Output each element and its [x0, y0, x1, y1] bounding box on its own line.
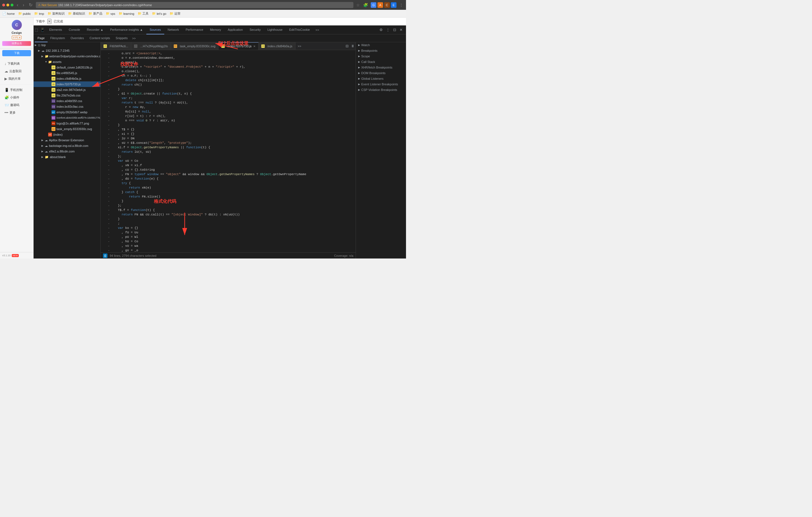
download-button[interactable]: 下载 [2, 50, 31, 56]
subtab-overrides[interactable]: Overrides [68, 34, 87, 42]
address-bar[interactable]: ⚠ Not Secure 192.168.1.7:2345/webman/3rd… [36, 2, 353, 8]
forward-button[interactable]: › [22, 2, 25, 8]
editor-tab-close-button[interactable]: ✕ [253, 45, 256, 48]
tab-recorder[interactable]: Recorder ▲ [83, 25, 107, 34]
tab-application[interactable]: Application [224, 25, 246, 34]
xhr-section-header[interactable]: ▶ XHR/fetch Breakpoints [356, 65, 406, 70]
focus-button[interactable]: ⋮ [385, 27, 391, 32]
tree-item-host[interactable]: ▶ ☁ 192.168.1.7:2345 [34, 48, 100, 53]
sidebar-item-plugin[interactable]: 🧩 小插件 [2, 94, 31, 101]
editor-tab-index-c9[interactable]: JS index.c9d84b0a.js [259, 42, 295, 50]
tree-item-file-7[interactable]: CS index.a04bf35f.css [34, 98, 100, 104]
tree-item-webman[interactable]: ▶ 📁 webman/3rdparty/pan-xunlei-com/index… [34, 53, 100, 59]
tree-item-file-6[interactable]: JS file.20d7e2eb.css [34, 93, 100, 98]
maximize-button[interactable] [11, 4, 13, 6]
tree-item-file-5[interactable]: JS xla2.min.98743eb4.js [34, 87, 100, 93]
breakpoints-section-header[interactable]: ▶ Breakpoints [356, 48, 406, 53]
tree-item-top[interactable]: ▶ ⊡ top [34, 42, 100, 48]
tree-item-index[interactable]: HT (index) [34, 132, 100, 137]
pause-button[interactable]: ⏸ [350, 44, 356, 49]
tree-item-file-10[interactable]: W2 iconfont.ab4c035b.woff2?t=16499177615… [34, 115, 100, 121]
event-section-header[interactable]: ▶ Event Listener Breakpoints [356, 81, 406, 87]
editor-tab-more[interactable]: >> [295, 45, 303, 48]
tab-network[interactable]: Network [164, 25, 182, 34]
csp-section-header[interactable]: ▶ CSP Violation Breakpoints [356, 87, 406, 93]
menu-button[interactable]: ⋮ [399, 2, 404, 8]
bookmark-letsgo[interactable]: 📁 let's go [152, 12, 167, 16]
ext-brown-icon[interactable]: C [384, 2, 390, 8]
subtab-filesystem[interactable]: Filesystem [48, 34, 68, 42]
devtools-tabs-more[interactable]: >> [313, 28, 321, 32]
tab-sources[interactable]: Sources [146, 25, 164, 34]
tree-item-file-4[interactable]: JS index.f1075733.js [34, 81, 100, 87]
close-button[interactable] [2, 4, 5, 6]
editor-tab-task-empty[interactable]: SV task_empty.8333930c.svg [171, 42, 219, 50]
device-mode-button[interactable]: 📱 [39, 27, 46, 32]
scope-section-header[interactable]: ▶ Scope [356, 53, 406, 59]
google-ext-icon[interactable]: G [371, 2, 376, 8]
tree-item-xfile2[interactable]: ▶ ☁ xfile2.a.88cdn.com [34, 148, 100, 154]
bookmark-vps[interactable]: 📁 vps [106, 12, 115, 16]
bookmark-home[interactable]: 📄 home [2, 12, 15, 16]
code-content[interactable]: o.src = <javascript:>, o = e.contentWind… [112, 50, 356, 252]
editor-tab-h7x2[interactable]: ? ...H7x2fHyptWqg1fo [131, 42, 171, 50]
minimize-button[interactable] [6, 4, 9, 6]
extensions-button[interactable]: 🧩 [362, 2, 369, 8]
format-code-icon[interactable]: {} [103, 254, 108, 258]
bookmark-learning[interactable]: 📁 learning [119, 12, 134, 16]
watch-section-header[interactable]: ▶ Watch [356, 42, 406, 48]
dom-section-header[interactable]: ▶ DOM Breakpoints [356, 70, 406, 76]
close-devtools-button[interactable]: ✕ [399, 27, 404, 32]
tab-console[interactable]: Console [65, 25, 83, 34]
download-close-button[interactable]: ✕ [47, 19, 52, 24]
tab-lighthouse[interactable]: Lighthouse [264, 25, 286, 34]
tree-item-file-1[interactable]: JS default_cover.1d63510b.js [34, 65, 100, 70]
sidebar-item-library[interactable]: ▶ 我的片库 [2, 75, 31, 83]
sources-subtab-more[interactable]: >> [130, 37, 137, 40]
sidebar-item-more[interactable]: ••• 更多 [2, 109, 31, 116]
subtab-page[interactable]: Page [35, 34, 48, 42]
tree-item-about-blank[interactable]: ▶ 📁 about:blank [34, 154, 100, 160]
bookmark-yunying[interactable]: 📁 运营 [170, 11, 180, 16]
subtab-snippets[interactable]: Snippets [113, 34, 130, 42]
bookmark-tmp[interactable]: 📁 tmp [34, 12, 44, 16]
tree-item-assets[interactable]: ▼ 📁 assets [34, 59, 100, 65]
sidebar-item-download-list[interactable]: ↓ 下载列表 [2, 60, 31, 67]
bookmark-jichu[interactable]: 📁 基础知识 [68, 11, 85, 16]
tree-item-file-8[interactable]: CS index.bc83c9ac.css [34, 104, 100, 109]
undock-button[interactable]: ⊡ [392, 27, 397, 32]
tree-item-file-11[interactable]: PN logo@2x.a86a4c77.png [34, 121, 100, 126]
sidebar-item-invite[interactable]: 📨 邀请码 [2, 101, 31, 109]
bookmark-button[interactable]: ☆ [356, 2, 360, 8]
tree-item-file-9[interactable]: WP empty.092b0db7.webp [34, 109, 100, 115]
tab-elements[interactable]: Elements [46, 25, 65, 34]
upgrade-vip-button[interactable]: 续费会员 [2, 41, 31, 46]
ext-orange-icon[interactable]: A [377, 2, 383, 8]
tab-security[interactable]: Security [246, 25, 264, 34]
split-editor-button[interactable]: ⊟ [344, 44, 350, 49]
subtab-content-scripts[interactable]: Content scripts [87, 34, 113, 42]
ext-blue-icon[interactable]: E [391, 2, 397, 8]
tab-performance[interactable]: Performance [182, 25, 206, 34]
editor-tab-ft60[interactable]: JS Ft60WPActi... [101, 42, 131, 50]
editor-tab-index-f1[interactable]: JS index.f1075733.js ✕ [219, 42, 259, 50]
sidebar-item-mobile[interactable]: 📱 手机控制 [2, 86, 31, 94]
reload-button[interactable]: ↻ [28, 2, 34, 8]
bookmark-public[interactable]: 📁 public [18, 12, 31, 16]
tree-item-file-2[interactable]: JS file.e4f80545.js [34, 70, 100, 76]
tab-performance-insights[interactable]: Performance insights ▲ [107, 25, 146, 34]
bookmark-tools[interactable]: 📁 工具 [138, 11, 149, 16]
call-stack-header[interactable]: ▶ Call Stack [356, 59, 406, 65]
tab-editthiscookie[interactable]: EditThisCookie [286, 25, 313, 34]
tree-item-file-3[interactable]: JS index.c9d84b0a.js [34, 76, 100, 81]
back-button[interactable]: ‹ [16, 2, 19, 8]
tree-item-apifox[interactable]: ▶ ☁ Apifox Browser Extension [34, 137, 100, 143]
tree-item-file-12[interactable]: SV task_empty.8333930c.svg [34, 126, 100, 132]
global-section-header[interactable]: ▶ Global Listeners [356, 76, 406, 81]
bookmark-xincp[interactable]: 📁 新产品 [88, 11, 103, 16]
inspect-element-button[interactable]: ⬚ [34, 27, 39, 32]
settings-button[interactable]: ⚙ [378, 27, 384, 32]
tab-memory[interactable]: Memory [206, 25, 224, 34]
bookmark-jiagou[interactable]: 📁 架构知识 [48, 11, 65, 16]
tree-item-88cdn[interactable]: ▶ ☁ backstage-img-ssl.a.88cdn.com [34, 143, 100, 148]
